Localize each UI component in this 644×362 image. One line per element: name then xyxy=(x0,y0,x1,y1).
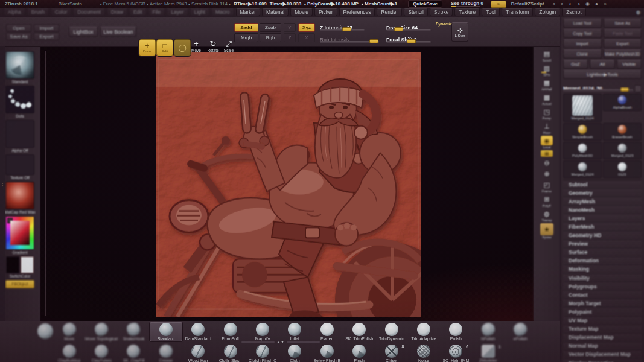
rgb-intensity-slider[interactable]: Rgb Intensity xyxy=(320,33,379,43)
shelf-icon-button[interactable]: ◰ Frame xyxy=(539,180,555,193)
main-color-swatch[interactable] xyxy=(6,256,19,273)
brush-item[interactable]: Move xyxy=(53,322,85,341)
menu-item[interactable]: Marker xyxy=(236,8,260,16)
current-material-thumb[interactable] xyxy=(5,182,34,209)
menu-item[interactable]: Transform xyxy=(502,8,533,16)
brush-item[interactable]: SnakeHook xyxy=(118,322,150,341)
menu-item[interactable]: Stroke xyxy=(430,8,453,16)
switch-color-label[interactable]: SwitchColor xyxy=(2,274,38,278)
export-button[interactable]: Export xyxy=(34,33,59,40)
tool-section-header[interactable]: Masking xyxy=(563,265,642,274)
tool-button[interactable]: Copy Tool xyxy=(563,29,602,38)
menu-item[interactable]: Macro xyxy=(211,8,234,16)
brush-item[interactable]: DamStandard xyxy=(182,322,214,341)
menu-item[interactable]: Tool xyxy=(482,8,500,16)
left-divider[interactable]: ⋮ xyxy=(0,46,5,321)
brush-item[interactable]: 6 SC_Hair_IMM xyxy=(440,344,472,362)
menu-item[interactable]: Layer xyxy=(167,8,188,16)
brush-item[interactable]: Selwy Pinch B xyxy=(311,344,343,362)
goz-button[interactable]: Visible xyxy=(617,60,642,69)
mrgb-toggle[interactable]: Mrgb xyxy=(234,33,258,42)
tool-section-header[interactable]: Polygroups xyxy=(563,282,642,291)
titlebar-misc-icon[interactable]: ● xyxy=(595,1,598,7)
menu-item[interactable]: Movie xyxy=(290,8,313,16)
tool-section-header[interactable]: Morph Target xyxy=(563,299,642,308)
tool-button[interactable]: Make PolyMesh3D xyxy=(604,49,642,59)
tool-section-header[interactable]: Geometry xyxy=(563,189,642,197)
tool-thumbnail[interactable]: AlphaBrush xyxy=(603,94,642,111)
menu-item[interactable]: Color xyxy=(51,8,71,16)
titlebar-misc-icon[interactable]: » xyxy=(561,1,563,7)
brush-item[interactable]: Noise xyxy=(407,344,439,362)
open-button[interactable]: Open xyxy=(6,24,31,32)
menu-item[interactable]: Zscript xyxy=(562,8,586,16)
tool-section-header[interactable]: Surface xyxy=(563,249,642,257)
tool-section-header[interactable]: Deformation xyxy=(563,257,642,265)
shelf-icon-button[interactable]: ◳ Persp xyxy=(539,107,555,120)
rgb-toggle[interactable]: Rgb xyxy=(260,33,281,42)
brush-item[interactable]: ePolish xyxy=(504,322,536,341)
brush-item[interactable]: ClayBuildup xyxy=(53,344,85,362)
tool-thumbnail[interactable]: EraserBrush xyxy=(603,123,642,141)
brush-item[interactable]: Standard xyxy=(150,322,182,341)
brush-item[interactable]: Flatten xyxy=(311,322,343,341)
dynamic-label[interactable]: Dynamic xyxy=(436,22,452,26)
focal-shift-handle[interactable] xyxy=(407,39,416,43)
active-tool-handle[interactable] xyxy=(620,87,629,92)
quicksave-button[interactable]: QuickSave xyxy=(408,0,442,8)
tool-section-header[interactable]: Normal Map xyxy=(563,342,642,351)
shelf-icon-button[interactable]: ▥ SPix xyxy=(539,63,555,77)
menu-item[interactable]: Preferences xyxy=(339,8,375,16)
current-brush-thumb[interactable] xyxy=(5,51,34,79)
active-tool-mini-button[interactable] xyxy=(634,85,642,92)
tool-section-header[interactable]: Polypaint xyxy=(563,308,642,316)
see-through-slider[interactable]: See-through 0 xyxy=(451,1,483,7)
current-alpha-thumb[interactable] xyxy=(5,120,34,148)
xyz-toggle[interactable]: Xyz xyxy=(298,23,315,32)
shelf-icon-button[interactable]: ★ Xpose xyxy=(539,223,555,239)
menu-item[interactable]: Document xyxy=(73,8,105,16)
secondary-color-swatch[interactable] xyxy=(21,256,34,273)
tool-button[interactable]: Load Tool xyxy=(563,19,602,28)
menu-item[interactable]: Render xyxy=(377,8,402,16)
zadd-toggle[interactable]: Zadd xyxy=(234,23,258,32)
titlebar-misc-icon[interactable]: ◐ xyxy=(569,1,572,7)
menu-item[interactable]: Draw xyxy=(107,8,127,16)
brush-item[interactable]: Clotch Pinch C xyxy=(246,344,278,362)
z-toggle[interactable]: Z xyxy=(284,33,296,42)
tool-button[interactable]: Save As xyxy=(604,19,642,28)
y-toggle[interactable]: Y xyxy=(284,23,296,32)
z-intensity-slider[interactable]: Z Intensity 25 xyxy=(320,21,365,31)
tool-button[interactable]: Import xyxy=(563,39,602,48)
current-stroke-thumb[interactable] xyxy=(5,86,34,113)
rgb-intensity-handle[interactable] xyxy=(369,39,378,43)
brush-item[interactable]: SK_TrimPolish xyxy=(343,322,375,341)
brush-item[interactable]: Move Topological xyxy=(85,322,117,341)
goz-button[interactable]: All xyxy=(590,60,614,69)
canvas[interactable] xyxy=(40,46,534,321)
tool-thumbnail[interactable]: SimpleBrush xyxy=(563,123,602,141)
tool-button[interactable]: Paste Tool xyxy=(604,29,642,38)
lsym-button[interactable]: ⊹ L.Sym xyxy=(451,22,468,42)
draw-size-handle[interactable] xyxy=(394,27,403,31)
brush-item[interactable]: Crease xyxy=(150,344,182,362)
brush-item[interactable]: Polish xyxy=(440,322,472,341)
brush-item[interactable]: SK_ClayFill xyxy=(118,344,150,362)
tool-section-header[interactable]: NanoMesh xyxy=(563,206,642,214)
fill-object-button[interactable]: FillObject xyxy=(5,280,34,288)
shelf-icon-button[interactable]: ▦ AAHalf xyxy=(539,78,555,91)
tool-section-header[interactable]: Display Properties xyxy=(563,359,642,362)
brush-item[interactable]: 8 Chisel xyxy=(375,344,407,362)
menu-item[interactable]: File xyxy=(148,8,165,16)
color-picker[interactable] xyxy=(5,216,34,250)
brush-item[interactable]: ClayTubes xyxy=(85,344,117,362)
titlebar-misc-icon[interactable]: ◑ xyxy=(577,1,580,7)
titlebar-misc-icon[interactable]: « xyxy=(553,1,555,7)
panel-menu-icon[interactable]: ◍ xyxy=(636,10,640,15)
z-intensity-handle[interactable] xyxy=(342,27,351,31)
brush-item[interactable]: Cloth_Slash xyxy=(214,344,246,362)
shelf-icon-button[interactable]: ⊥ Floor xyxy=(539,121,555,135)
brush-item[interactable]: TrimAdaptive xyxy=(407,322,439,341)
shelf-icon-button[interactable]: ⊖ xyxy=(539,158,555,168)
shelf-icon-button[interactable]: ◉ Local xyxy=(539,136,555,149)
